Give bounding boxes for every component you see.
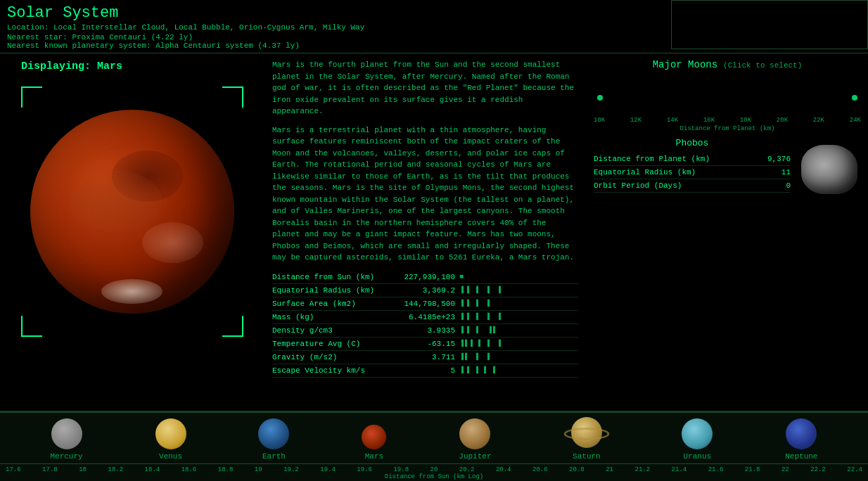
top-right-box: [671, 0, 868, 49]
planet-name-neptune: Neptune: [785, 452, 817, 461]
moon-stat-orbit: Orbit Period (Days) 0: [594, 179, 791, 193]
planet-name-mars: Mars: [365, 452, 383, 461]
planet-icon-mars: [362, 425, 386, 449]
planet-icon-neptune: [786, 418, 817, 449]
stat-row: Surface Area (km2) 144,798,500 ▐▐ ▌ ▌: [272, 297, 578, 311]
stat-row: Temperature Avg (C) -63.15 ▐▌▌▐ ▌ ▌: [272, 338, 578, 351]
moons-axis-label: Distance from Planet (km): [594, 125, 861, 132]
mars-planet-image: [30, 110, 234, 314]
saturn-wrapper: [563, 418, 609, 449]
planet-item-neptune[interactable]: Neptune: [785, 418, 817, 461]
moon-detail-section: Phobos Distance from Planet (km) 9,376 E…: [594, 138, 861, 201]
planets-row: Mercury Venus Earth Mars Jupiter Saturn: [0, 418, 868, 461]
moon-name: Phobos: [594, 138, 791, 148]
stat-row: Escape Velocity km/s 5 ▐▐ ▌▐ ▌: [272, 364, 578, 378]
moon-stat-radius: Equatorial Radius (km) 11: [594, 166, 791, 179]
moons-panel: Major Moons (Click to select) 10K12K14K1…: [587, 53, 868, 411]
phobos-image: [801, 145, 857, 194]
planet-name-mercury: Mercury: [50, 452, 82, 461]
distance-axis-label: Distance from Sun (km Log): [0, 473, 868, 481]
saturn-ring: [563, 428, 609, 440]
planet-icon-mercury: [51, 418, 82, 449]
planet-item-saturn[interactable]: Saturn: [563, 418, 609, 461]
description-para2: Mars is a terrestrial planet with a thin…: [272, 124, 578, 264]
planet-icon-earth: [258, 418, 289, 449]
displaying-label: Displaying: Mars: [21, 60, 122, 72]
corner-tl-bracket: [21, 86, 42, 108]
stat-row: Distance from Sun (km) 227,939,100 ■: [272, 271, 578, 284]
planet-item-mercury[interactable]: Mercury: [50, 418, 82, 461]
moons-click-hint[interactable]: (Click to select): [723, 61, 802, 70]
planet-name-jupiter: Jupiter: [459, 452, 491, 461]
planet-item-mars[interactable]: Mars: [362, 425, 386, 461]
stat-row: Density g/cm3 3.9335 ▐▐ ▌ ▐▌: [272, 324, 578, 338]
stat-row: Equatorial Radius (km) 3,369.2 ▐▐ ▌ ▌ ▌: [272, 284, 578, 297]
planet-icon-venus: [155, 418, 186, 449]
main-content: Displaying: Mars Mars is the fourth plan…: [0, 53, 868, 412]
planet-name-earth: Earth: [262, 452, 286, 461]
moon-image: [798, 138, 861, 201]
left-panel: Displaying: Mars: [0, 53, 264, 411]
stat-row: Gravity (m/s2) 3.711 ▐▌ ▌ ▌: [272, 351, 578, 364]
stats-table: Distance from Sun (km) 227,939,100 ■ Equ…: [272, 271, 578, 378]
moon-info: Phobos Distance from Planet (km) 9,376 E…: [594, 138, 791, 201]
moons-axis: 10K12K14K16K18K20K22K24K: [594, 117, 861, 124]
moon-stat-distance: Distance from Planet (km) 9,376: [594, 153, 791, 166]
planet-name-uranus: Uranus: [684, 452, 712, 461]
planet-icon-uranus: [682, 418, 713, 449]
corner-tr-bracket: [222, 86, 243, 108]
planet-name-saturn: Saturn: [573, 452, 601, 461]
corner-br-bracket: [222, 316, 243, 337]
stats-panel: Mars is the fourth planet from the Sun a…: [264, 53, 587, 411]
moons-title: Major Moons: [653, 59, 717, 70]
distance-axis: 17.617.81818.218.418.618.81919.219.419.6…: [0, 463, 868, 473]
planet-item-uranus[interactable]: Uranus: [682, 418, 713, 461]
stat-row: Mass (kg) 6.4185e+23 ▐▐ ▌ ▌ ▌: [272, 311, 578, 324]
planet-item-earth[interactable]: Earth: [258, 418, 289, 461]
planet-item-venus[interactable]: Venus: [155, 418, 186, 461]
planet-item-jupiter[interactable]: Jupiter: [459, 418, 491, 461]
planet-name-venus: Venus: [159, 452, 182, 461]
corner-bl-bracket: [21, 316, 42, 337]
deimos-dot[interactable]: [852, 95, 857, 101]
phobos-dot[interactable]: [597, 95, 603, 101]
description-para1: Mars is the fourth planet from the Sun a…: [272, 59, 578, 117]
bottom-bar: Mercury Venus Earth Mars Jupiter Saturn: [0, 412, 868, 481]
planet-icon-jupiter: [459, 418, 490, 449]
